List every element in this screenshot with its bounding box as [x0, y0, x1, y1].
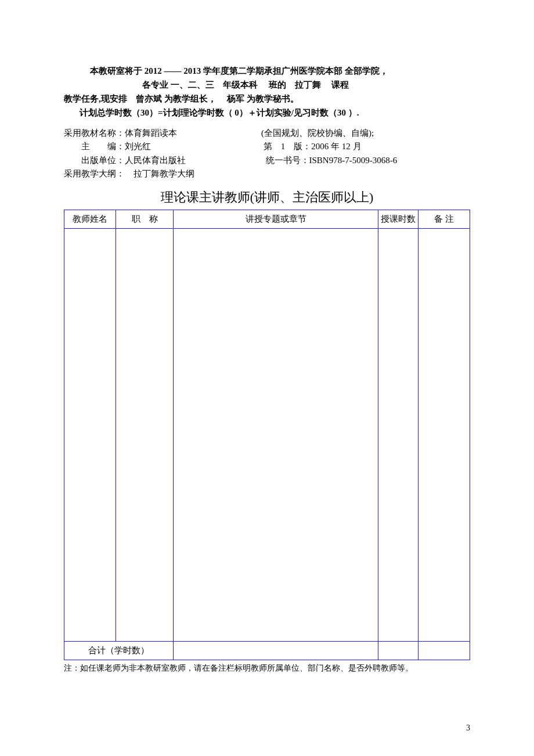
h3-post: 为教学秘书。: [244, 94, 299, 103]
syllabus-label: 采用教学大纲：: [64, 169, 134, 178]
cell-title: [116, 229, 174, 642]
syllabus-name: 拉丁舞教学大纲: [134, 169, 194, 178]
editor-label: 主 编：: [81, 142, 125, 151]
isbn-label: 统一书号：: [266, 156, 309, 165]
h3-mid: 为教学组长，: [162, 94, 228, 103]
th-title: 职 称: [116, 210, 174, 229]
h1-pre: 本教研室将于: [90, 66, 145, 75]
textbook-name: 体育舞蹈读本: [125, 128, 177, 138]
th-hours: 授课时数: [378, 210, 418, 229]
textbook-source: (全国规划、院校协编、自编);: [261, 127, 470, 140]
table-header-row: 教师姓名 职 称 讲授专题或章节 授课时数 备 注: [64, 210, 470, 229]
dash: ——: [162, 66, 184, 75]
cell-name: [64, 229, 116, 642]
total-topic: [174, 642, 378, 660]
teach-leader: 曾亦斌: [136, 94, 162, 103]
th-topic: 讲授专题或章节: [174, 210, 378, 229]
editor-name: 刘光红: [125, 142, 151, 151]
cell-topic: [174, 229, 378, 642]
year-end: 2013: [183, 66, 201, 75]
header-line-2: 各专业 一、二、三 年级本科 班的 拉丁舞 课程: [64, 78, 470, 92]
h1-mid: 学年度第二学期承担广州医学院本部 全部学院，: [201, 66, 388, 75]
header-line-4: 计划总学时数（30）=计划理论学时数（ 0）＋计划实验/见习时数（30 ）.: [64, 106, 470, 120]
publisher-label: 出版单位：: [81, 156, 125, 165]
total-label: 合计（学时数）: [64, 642, 174, 660]
edition-label: 第 1 版：: [264, 142, 312, 151]
page-container: 本教研室将于 2012 —— 2013 学年度第二学期承担广州医学院本部 全部学…: [0, 0, 534, 756]
header-block: 本教研室将于 2012 —— 2013 学年度第二学期承担广州医学院本部 全部学…: [64, 64, 470, 120]
info-block: 采用教材名称：体育舞蹈读本 (全国规划、院校协编、自编); 主 编：刘光红 第 …: [64, 127, 470, 181]
info-row-editor: 主 编：刘光红 第 1 版：2006 年 12 月: [64, 140, 470, 153]
teach-secretary: 杨军: [227, 94, 244, 103]
page-number: 3: [466, 723, 470, 733]
header-line-3: 教学任务,现安排 曾亦斌 为教学组长， 杨军 为教学秘书。: [64, 92, 470, 106]
h3-pre: 教学任务,现安排: [64, 94, 136, 103]
info-row-textbook: 采用教材名称：体育舞蹈读本 (全国规划、院校协编、自编);: [64, 127, 470, 140]
header-line-1: 本教研室将于 2012 —— 2013 学年度第二学期承担广州医学院本部 全部学…: [64, 64, 470, 78]
info-row-publisher: 出版单位：人民体育出版社 统一书号：ISBN978-7-5009-3068-6: [64, 154, 470, 167]
th-remark: 备 注: [418, 210, 470, 229]
edition-date: 2006 年 12 月: [311, 142, 361, 151]
year-start: 2012: [145, 66, 162, 75]
publisher-name: 人民体育出版社: [125, 156, 186, 165]
table-title: 理论课主讲教师(讲师、主治医师以上): [64, 189, 470, 206]
table-total-row: 合计（学时数）: [64, 642, 470, 660]
total-hours: [378, 642, 418, 660]
table-body-row: [64, 229, 470, 642]
isbn-value: ISBN978-7-5009-3068-6: [309, 156, 398, 165]
th-name: 教师姓名: [64, 210, 116, 229]
teacher-table: 教师姓名 职 称 讲授专题或章节 授课时数 备 注 合计（学时数）: [64, 210, 470, 660]
footnote: 注：如任课老师为非本教研室教师，请在备注栏标明教师所属单位、部门名称、是否外聘教…: [64, 663, 470, 674]
cell-hours: [378, 229, 418, 642]
info-row-syllabus: 采用教学大纲： 拉丁舞教学大纲: [64, 167, 470, 181]
textbook-label: 采用教材名称：: [64, 128, 125, 138]
cell-remark: [418, 229, 470, 642]
total-remark: [418, 642, 470, 660]
